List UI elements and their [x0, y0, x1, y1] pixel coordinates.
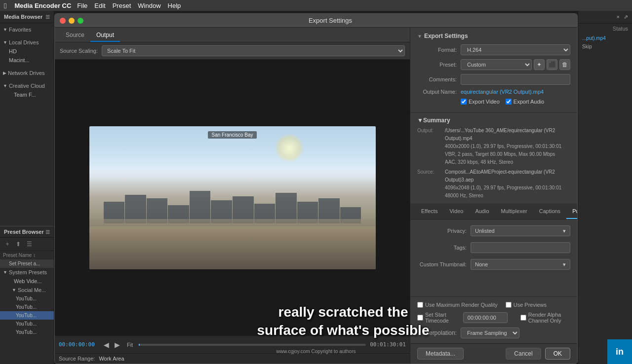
menu-edit[interactable]: Edit — [94, 2, 105, 9]
render-row-2: Set Start Timecode 00:00:00:00 Render Al… — [417, 312, 570, 324]
privacy-chevron: ▾ — [563, 228, 566, 234]
local-drives-arrow: ▼ — [3, 40, 7, 45]
tab-audio[interactable]: Audio — [469, 204, 495, 219]
social-media-toggle[interactable]: ▼ Social Me... — [0, 286, 54, 294]
ok-button[interactable]: OK — [545, 348, 570, 360]
tab-publish[interactable]: Publish — [566, 204, 577, 219]
tab-video[interactable]: Video — [443, 204, 469, 219]
tab-captions[interactable]: Captions — [533, 204, 566, 219]
output-key: Output: — [417, 127, 442, 143]
linkedin-text: in — [616, 347, 624, 357]
menu-preset[interactable]: Preset — [113, 2, 131, 9]
max-quality-checkbox[interactable]: Use Maximum Render Quality — [417, 302, 498, 308]
format-label: Format: — [417, 47, 457, 53]
comments-input[interactable] — [461, 74, 570, 85]
creative-cloud-label: Creative Cloud — [9, 83, 45, 89]
start-timecode-checkbox[interactable]: Set Start Timecode — [417, 312, 453, 324]
export-settings-header[interactable]: ▼ Export Settings — [417, 33, 570, 39]
privacy-row: Privacy: Unlisted ▾ — [417, 225, 570, 236]
summary-arrow: ▼ — [417, 117, 423, 124]
timecode-input[interactable]: 00:00:00:00 — [463, 312, 508, 323]
output-specs3: AAC, 320 kbps, 48 kHz, Stereo — [417, 158, 570, 166]
status-expand-icon[interactable]: ⇗ — [624, 14, 628, 20]
preset-select[interactable]: Custom — [461, 59, 532, 70]
use-previews-label: Use Previews — [514, 302, 547, 308]
privacy-dropdown[interactable]: Unlisted ▾ — [471, 225, 570, 236]
creative-cloud-toggle[interactable]: ▼ Creative Cloud — [0, 81, 54, 90]
web-video-item[interactable]: Web Vide... — [0, 277, 54, 286]
menu-window[interactable]: Window — [138, 2, 160, 9]
save-preset-btn[interactable]: ✦ — [534, 59, 545, 70]
local-drives-toggle[interactable]: ▼ Local Drives — [0, 38, 54, 47]
team-files-item[interactable]: Team F... — [0, 90, 54, 99]
macintosh-item[interactable]: Macint... — [0, 56, 54, 65]
tab-multiplexer[interactable]: Multiplexer — [495, 204, 533, 219]
cancel-button[interactable]: Cancel — [506, 348, 541, 360]
render-alpha-checkbox[interactable]: Render Alpha Channel Only — [520, 312, 570, 324]
custom-thumbnail-dropdown[interactable]: None ▾ — [471, 259, 570, 270]
favorites-toggle[interactable]: ▼ Favorites — [0, 25, 54, 34]
delete-preset-btn[interactable]: 🗑 — [559, 59, 570, 70]
status-close-icon[interactable]: × — [617, 14, 620, 20]
start-timecode-input[interactable] — [417, 315, 423, 321]
timeline-bar[interactable] — [139, 344, 366, 346]
network-drives-label: Network Drives — [8, 70, 45, 76]
local-drives-section: ▼ Local Drives HD Macint... — [0, 36, 54, 67]
export-audio-input[interactable] — [506, 99, 512, 105]
source-tab[interactable]: Source — [60, 29, 90, 42]
format-select[interactable]: H.264 — [461, 44, 570, 55]
tab-effects[interactable]: Effects — [415, 204, 443, 219]
import-preset-btn[interactable]: ⬛ — [547, 59, 557, 70]
play-btn[interactable]: ▶ — [113, 341, 121, 349]
rewind-btn[interactable]: ◀ — [102, 341, 110, 349]
use-previews-checkbox[interactable]: Use Previews — [506, 302, 547, 308]
youtube-5[interactable]: YouTub... — [0, 328, 54, 336]
output-name-value[interactable]: equirectangular (VR2 Output).mp4 — [461, 89, 570, 95]
source-scaling-select[interactable]: Scale To Fit — [102, 45, 405, 56]
hd-item[interactable]: HD — [0, 47, 54, 56]
network-drives-toggle[interactable]: ▶ Network Drives — [0, 69, 54, 77]
dialog-title: Export Settings — [88, 17, 572, 24]
sidebar-menu-icon[interactable]: ☰ — [45, 14, 50, 20]
export-video-input[interactable] — [461, 99, 467, 105]
media-browser-header: Media Browser ☰ — [0, 11, 54, 23]
minimize-button[interactable] — [69, 18, 75, 24]
add-preset-btn[interactable]: + — [3, 240, 12, 249]
menu-help[interactable]: Help — [168, 2, 181, 9]
menu-file[interactable]: File — [77, 2, 87, 9]
preset-options-btn[interactable]: ☰ — [25, 240, 34, 249]
summary-label: Summary — [423, 117, 450, 124]
format-control-row: H.264 — [461, 44, 570, 55]
creative-cloud-arrow: ▼ — [3, 83, 7, 88]
summary-header[interactable]: ▼ Summary — [417, 117, 570, 124]
maximize-button[interactable] — [78, 18, 83, 24]
dialog-content: Source Output Source Scaling: Scale To F… — [55, 28, 577, 364]
left-sidebar: Media Browser ☰ ▼ Favorites ▼ Local Driv… — [0, 11, 54, 364]
youtube-3[interactable]: YouTub... — [0, 311, 54, 320]
youtube-4[interactable]: YouTub... — [0, 320, 54, 328]
metadata-button[interactable]: Metadata... — [417, 348, 464, 360]
export-audio-checkbox[interactable]: Export Audio — [506, 99, 544, 105]
privacy-value: Unlisted — [475, 228, 495, 234]
use-previews-input[interactable] — [506, 302, 512, 308]
preset-name-value: Set Preset a... — [0, 259, 54, 268]
close-button[interactable] — [60, 18, 66, 24]
system-presets-label: System Presets — [9, 269, 47, 275]
render-alpha-input[interactable] — [520, 315, 526, 321]
preview-image-area: San Francisco Bay — [55, 60, 410, 335]
social-media-label: Social Me... — [18, 287, 46, 293]
summary-source-row: Source: Composit...AEtoAMEProject-equire… — [417, 168, 570, 184]
max-quality-input[interactable] — [417, 302, 423, 308]
apple-menu[interactable]:  — [4, 1, 6, 10]
tags-input[interactable] — [471, 242, 570, 253]
youtube-1[interactable]: YouTub... — [0, 294, 54, 303]
output-tab[interactable]: Output — [90, 29, 120, 42]
export-video-checkbox[interactable]: Export Video — [461, 99, 500, 105]
time-display: 00:00:00:00 — [59, 341, 98, 348]
dialog-footer: Metadata... Cancel OK — [410, 343, 577, 364]
interpolation-select[interactable]: Frame Sampling — [461, 328, 519, 338]
system-presets-toggle[interactable]: ▼ System Presets — [0, 268, 54, 277]
youtube-2[interactable]: YouTub... — [0, 303, 54, 311]
export-preset-btn[interactable]: ⬆ — [14, 240, 23, 249]
status-skip[interactable]: Skip — [578, 43, 632, 50]
